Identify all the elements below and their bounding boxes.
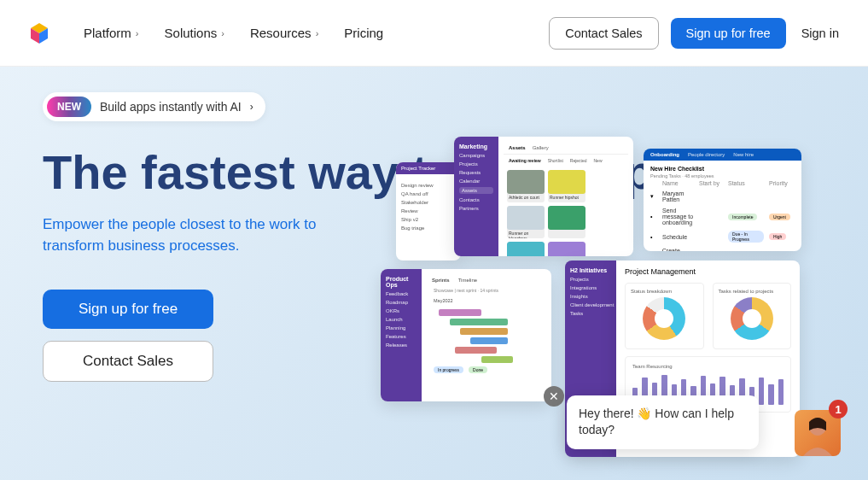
sidebar-item: Features <box>386 334 417 339</box>
tab: New hire <box>733 152 754 157</box>
tabs: SprintsTimeline <box>427 274 546 286</box>
subtitle: Showcase | next sprint · 14 sprints <box>427 286 546 295</box>
signup-button[interactable]: Sign up for free <box>671 18 786 49</box>
caption: Runner hipshot <box>548 194 585 201</box>
tab: Timeline <box>458 278 477 283</box>
bar <box>759 378 764 405</box>
card-header: OnboardingPeople directoryNew hire <box>644 149 801 161</box>
col-header: Start by <box>699 180 723 186</box>
gallery-item <box>548 206 585 238</box>
subtab: Shortlist <box>548 158 563 163</box>
list-item: Ship v2 <box>401 217 456 222</box>
nav-resources[interactable]: Resources› <box>250 26 318 40</box>
list-item: Stakeholder <box>401 200 456 205</box>
chat-popup[interactable]: Hey there! 👋 How can I help today? <box>567 395 759 449</box>
sidebar-item: Planning <box>386 325 417 331</box>
hero-contact-button[interactable]: Contact Sales <box>43 341 213 382</box>
bar <box>768 384 773 405</box>
gantt-bar <box>470 337 507 344</box>
sidebar-item: Tasks <box>570 311 611 316</box>
tab: Onboarding <box>650 152 679 157</box>
tabs: AssetsGallery <box>504 142 628 155</box>
donut-row: Status breakdown Tasks related to projec… <box>616 279 800 353</box>
nav: Platform› Solutions› Resources› Pricing <box>84 26 383 40</box>
header: Platform› Solutions› Resources› Pricing … <box>0 0 868 67</box>
hero-signup-button[interactable]: Sign up for free <box>43 290 213 329</box>
cta-row: Sign up for free Contact Sales <box>43 290 213 382</box>
gantt-bar <box>455 347 498 354</box>
table-row: ▾Maryam Patten <box>650 188 795 205</box>
hero: NEW Build apps instantly with AI › The f… <box>0 67 868 480</box>
card-marketing-gallery: Marketing Campaigns Projects Requests Ca… <box>454 137 633 256</box>
sidebar-item: Projects <box>459 161 493 167</box>
subtab: Rejected <box>570 158 587 163</box>
box-label: Team Resourcing <box>632 364 784 369</box>
pill-text: Build apps instantly with AI <box>100 100 242 114</box>
gantt-bar <box>450 319 508 325</box>
table-title: New Hire Checklist <box>650 166 795 172</box>
tab: Assets <box>509 145 526 150</box>
box-label: Status breakdown <box>631 289 672 294</box>
sidebar-item: Requests <box>459 170 493 175</box>
col-header: Status <box>728 180 764 186</box>
status-chip: Done <box>469 366 487 373</box>
donut-box: Tasks related to projects <box>713 283 792 349</box>
donut-box: Status breakdown <box>625 283 704 349</box>
bar <box>778 379 784 405</box>
new-badge: NEW <box>47 97 91 117</box>
sidebar-item: Client development <box>570 302 611 307</box>
chat-text: Hey there! 👋 How can I help today? <box>579 407 734 437</box>
card-body: Design review QA hand off Stakeholder Re… <box>396 174 461 239</box>
gallery-item: Runner on bleachers <box>507 206 545 238</box>
nav-platform[interactable]: Platform› <box>84 26 139 40</box>
gantt-chart: In progressDone <box>427 303 546 377</box>
sidebar-title: Product Ops <box>386 276 417 288</box>
sidebar-item-active: Assets <box>459 187 493 194</box>
sidebar-item: Campaigns <box>459 153 493 158</box>
sidebar: Product Ops Feedback Roadmap OKRs Launch… <box>381 269 422 401</box>
gallery-item <box>507 242 545 256</box>
gantt-bar <box>481 356 513 363</box>
table-row: •Send message to onboardingIncompleteUrg… <box>650 205 795 228</box>
table-row: •Create development planDue - In Progres… <box>650 245 795 251</box>
gallery-item: Athletic on court <box>507 170 545 202</box>
chevron-right-icon: › <box>136 28 139 38</box>
card-onboarding-table: OnboardingPeople directoryNew hire New H… <box>644 149 801 251</box>
contact-sales-button[interactable]: Contact Sales <box>549 17 658 50</box>
chevron-right-icon: › <box>250 101 253 113</box>
nav-label: Platform <box>84 26 131 40</box>
col-header: Priority <box>769 180 795 186</box>
sidebar-item: Integrations <box>570 285 611 290</box>
sidebar-item: Launch <box>386 317 417 322</box>
sidebar-title: H2 Initiatives <box>570 267 611 273</box>
ai-announcement-pill[interactable]: NEW Build apps instantly with AI › <box>43 92 265 121</box>
table-rows: ▾Maryam Patten•Send message to onboardin… <box>650 188 795 251</box>
sidebar: Marketing Campaigns Projects Requests Ca… <box>454 137 498 256</box>
sidebar-item: Contacts <box>459 197 493 202</box>
sidebar-item: Projects <box>570 277 611 282</box>
list-item: Bug triage <box>401 225 456 231</box>
sidebar-title: Marketing <box>459 143 493 149</box>
signin-link[interactable]: Sign in <box>798 18 842 49</box>
nav-solutions[interactable]: Solutions› <box>165 26 224 40</box>
subtabs: Awaiting reviewShortlistRejectedNew <box>504 155 628 167</box>
sidebar-item: Releases <box>386 342 417 348</box>
subtab: New <box>594 158 603 163</box>
caption: Runner on bleachers <box>507 230 545 238</box>
gallery-item: Runner hipshot <box>548 170 585 202</box>
nav-label: Pricing <box>344 26 383 40</box>
list-item: QA hand off <box>401 191 456 196</box>
nav-label: Solutions <box>165 26 218 40</box>
card-header: Project Tracker <box>396 162 461 174</box>
chat-close-button[interactable]: ✕ <box>544 386 564 407</box>
card-project-tracker: Project Tracker Design review QA hand of… <box>396 162 461 260</box>
sidebar-item: Feedback <box>386 291 417 296</box>
tab: Gallery <box>533 145 549 150</box>
subheadline: Empower the people closest to the work t… <box>43 214 358 256</box>
tab: Sprints <box>432 278 450 283</box>
logo[interactable] <box>26 20 53 47</box>
tab: People directory <box>688 152 725 157</box>
sidebar-item: Partners <box>459 206 493 211</box>
nav-pricing[interactable]: Pricing <box>344 26 383 40</box>
gallery: Athletic on court Runner hipshot Runner … <box>504 167 628 256</box>
